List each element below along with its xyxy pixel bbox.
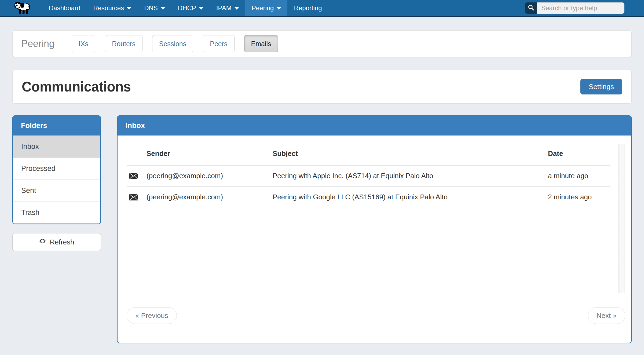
settings-button[interactable]: Settings <box>580 79 622 94</box>
caret-down-icon <box>199 7 203 10</box>
tab-sessions[interactable]: Sessions <box>152 35 193 52</box>
mail-sender: (peering@example.com) <box>144 186 270 207</box>
page-title: Communications <box>22 79 131 95</box>
mail-subject: Peering with Google LLC (AS15169) at Equ… <box>270 186 545 207</box>
folder-item-sent[interactable]: Sent <box>13 180 100 202</box>
mail-row[interactable]: (peering@example.com) Peering with Apple… <box>127 165 610 187</box>
previous-page-button[interactable]: « Previous <box>127 307 177 324</box>
mail-date: a minute ago <box>545 165 610 187</box>
nav-label: IPAM <box>216 4 232 12</box>
nav-label: DHCP <box>178 4 196 12</box>
search-button[interactable] <box>525 2 537 14</box>
nav-label: Reporting <box>294 4 322 12</box>
toolbar-title: Peering <box>21 38 54 49</box>
search-input[interactable] <box>537 2 624 14</box>
nav-item-resources[interactable]: Resources <box>87 0 138 16</box>
nav-item-reporting[interactable]: Reporting <box>287 0 328 16</box>
nav-label: DNS <box>144 4 158 12</box>
column-header-date: Date <box>545 142 610 165</box>
folder-item-inbox[interactable]: Inbox <box>13 136 100 158</box>
caret-down-icon <box>235 7 239 10</box>
page-header: Communications Settings <box>12 70 632 104</box>
refresh-icon <box>39 237 46 247</box>
next-page-button[interactable]: Next » <box>588 307 625 324</box>
inbox-body: Sender Subject Date <box>118 136 631 343</box>
refresh-button[interactable]: Refresh <box>12 233 101 251</box>
tab-ixs[interactable]: IXs <box>72 35 95 52</box>
nav-label: Resources <box>93 4 124 12</box>
top-navbar: Dashboard Resources DNS DHCP IPAM Peerin… <box>0 0 644 17</box>
pager: « Previous Next » <box>127 307 625 324</box>
search-icon <box>528 4 535 12</box>
tab-routers[interactable]: Routers <box>105 35 142 52</box>
nav-item-dashboard[interactable]: Dashboard <box>42 0 87 16</box>
folder-item-trash[interactable]: Trash <box>13 202 100 224</box>
mail-subject: Peering with Apple Inc. (AS714) at Equin… <box>270 165 545 187</box>
column-header-icon <box>127 142 144 165</box>
nav-item-peering[interactable]: Peering <box>245 0 288 16</box>
caret-down-icon <box>277 7 281 10</box>
folders-panel-title: Folders <box>13 116 100 136</box>
column-header-sender: Sender <box>144 142 270 165</box>
mail-row[interactable]: (peering@example.com) Peering with Googl… <box>127 186 610 207</box>
nav-item-ipam[interactable]: IPAM <box>210 0 245 16</box>
nav-item-dhcp[interactable]: DHCP <box>171 0 210 16</box>
caret-down-icon <box>161 7 165 10</box>
nav-label: Dashboard <box>49 4 80 12</box>
tab-emails[interactable]: Emails <box>244 35 278 52</box>
inbox-panel-title: Inbox <box>118 116 631 136</box>
folders-sidebar: Folders Inbox Processed Sent Trash Refre… <box>12 115 101 251</box>
mail-sender: (peering@example.com) <box>144 165 270 187</box>
panda-logo-icon <box>14 1 32 15</box>
mail-table: Sender Subject Date <box>127 142 610 207</box>
mail-table-header-row: Sender Subject Date <box>127 142 610 165</box>
tab-peers[interactable]: Peers <box>203 35 234 52</box>
envelope-icon <box>127 186 144 207</box>
brand-logo[interactable] <box>0 0 42 16</box>
peering-toolbar: Peering IXs Routers Sessions Peers Email… <box>12 30 632 57</box>
refresh-label: Refresh <box>50 238 74 246</box>
vertical-scrollbar[interactable] <box>618 144 625 293</box>
folder-item-processed[interactable]: Processed <box>13 158 100 180</box>
caret-down-icon <box>127 7 131 10</box>
nav-item-dns[interactable]: DNS <box>138 0 171 16</box>
inbox-panel: Inbox Sender Subject Date <box>117 115 632 343</box>
folders-panel: Folders Inbox Processed Sent Trash <box>12 115 101 224</box>
nav-label: Peering <box>252 4 274 12</box>
column-header-subject: Subject <box>270 142 545 165</box>
main-nav: Dashboard Resources DNS DHCP IPAM Peerin… <box>42 0 328 16</box>
global-search <box>525 2 624 14</box>
mail-date: 2 minutes ago <box>545 186 610 207</box>
mail-table-scroll-area: Sender Subject Date <box>127 142 625 295</box>
envelope-icon <box>127 165 144 187</box>
